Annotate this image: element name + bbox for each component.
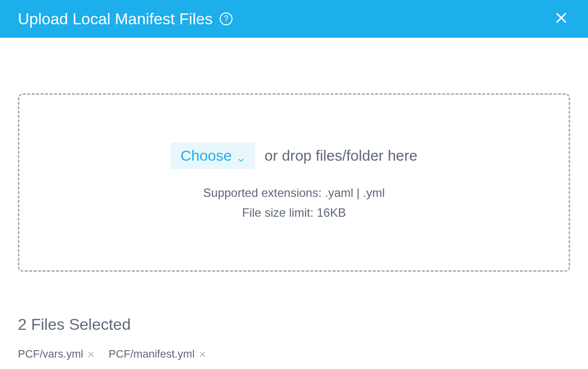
file-chip-name: PCF/vars.yml <box>18 348 83 361</box>
close-button[interactable] <box>552 9 570 29</box>
help-icon[interactable]: ? <box>220 12 233 25</box>
modal-content: Choose or drop files/folder here Support… <box>0 38 588 369</box>
filesize-hint: File size limit: 16KB <box>242 203 346 223</box>
close-icon <box>554 11 568 25</box>
file-chip: PCF/vars.yml <box>18 348 95 361</box>
remove-file-button[interactable] <box>199 351 206 358</box>
close-icon <box>199 351 206 358</box>
dropzone-main-row: Choose or drop files/folder here <box>171 142 417 169</box>
header-title-wrap: Upload Local Manifest Files ? <box>18 10 233 28</box>
close-icon <box>87 351 95 358</box>
choose-button[interactable]: Choose <box>171 142 255 169</box>
modal-title: Upload Local Manifest Files <box>18 10 213 28</box>
file-chip-list: PCF/vars.yml PCF/manifest.yml <box>18 348 570 361</box>
file-chip-name: PCF/manifest.yml <box>109 348 195 361</box>
choose-button-label: Choose <box>180 147 232 164</box>
drop-hint-text: or drop files/folder here <box>264 147 417 164</box>
extensions-hint: Supported extensions: .yaml | .yml <box>203 183 385 203</box>
selected-files-title: 2 Files Selected <box>18 315 570 334</box>
remove-file-button[interactable] <box>87 351 95 358</box>
selected-files-section: 2 Files Selected PCF/vars.yml PCF/manife… <box>18 315 570 361</box>
modal-header: Upload Local Manifest Files ? <box>0 0 588 38</box>
file-dropzone[interactable]: Choose or drop files/folder here Support… <box>18 93 570 272</box>
file-chip: PCF/manifest.yml <box>109 348 206 361</box>
chevron-down-icon <box>236 151 245 160</box>
